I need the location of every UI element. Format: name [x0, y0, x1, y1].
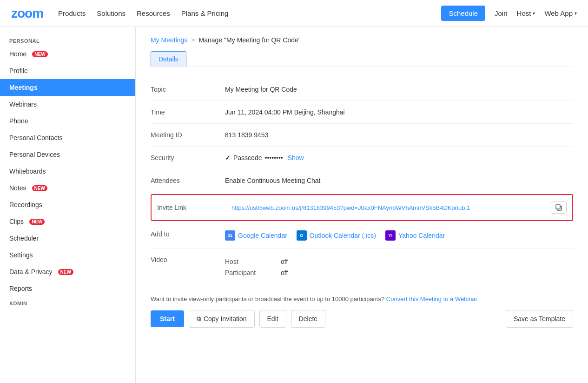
yahoo-calendar-label: Yahoo Calendar: [398, 232, 445, 239]
topic-label: Topic: [151, 86, 225, 93]
home-badge: NEW: [32, 51, 47, 57]
video-host-label: Host: [225, 258, 281, 265]
sidebar-item-webinars[interactable]: Webinars: [0, 96, 135, 113]
sidebar-item-settings[interactable]: Settings: [0, 247, 135, 263]
topic-value: My Meeting for QR Code: [225, 86, 573, 93]
invite-link-url[interactable]: https://us05web.zoom.us/j/81318399453?pw…: [231, 204, 547, 211]
sidebar-item-home[interactable]: Home NEW: [0, 46, 135, 62]
yahoo-calendar-link[interactable]: Y! Yahoo Calendar: [385, 230, 445, 241]
webapp-chevron-icon: ▾: [575, 11, 577, 16]
sidebar-item-profile[interactable]: Profile: [0, 62, 135, 79]
schedule-button[interactable]: Schedule: [441, 6, 485, 21]
admin-section-label: ADMIN: [0, 297, 135, 308]
time-label: Time: [151, 108, 225, 116]
sidebar: PERSONAL Home NEW Profile Meetings Webin…: [0, 27, 136, 383]
logo[interactable]: zoom: [11, 6, 43, 21]
sidebar-label-meetings: Meetings: [9, 84, 38, 91]
sidebar-item-meetings[interactable]: Meetings: [0, 79, 135, 96]
sidebar-item-clips[interactable]: Clips NEW: [0, 213, 135, 230]
clips-badge: NEW: [29, 219, 45, 225]
topic-row: Topic My Meeting for QR Code: [151, 78, 573, 101]
logo-text: zoom: [11, 6, 43, 20]
sidebar-item-recordings[interactable]: Recordings: [0, 196, 135, 213]
nav-plans[interactable]: Plans & Pricing: [181, 9, 229, 17]
show-passcode-link[interactable]: Show: [288, 154, 304, 161]
outlook-calendar-link[interactable]: O Outlook Calendar (.ics): [297, 230, 376, 241]
security-label: Security: [151, 154, 225, 161]
webapp-button[interactable]: Web App ▾: [544, 9, 577, 17]
sidebar-item-phone[interactable]: Phone: [0, 113, 135, 129]
sidebar-label-profile: Profile: [9, 67, 28, 74]
personal-section-label: PERSONAL: [0, 34, 135, 46]
breadcrumb-current: Manage "My Meeting for QR Code": [199, 36, 301, 44]
nav-right: Schedule Join Host ▾ Web App ▾: [441, 6, 577, 21]
passcode-dots: ••••••••: [264, 154, 283, 161]
video-label: Video: [151, 256, 225, 278]
sidebar-label-home: Home: [9, 50, 26, 58]
sidebar-label-settings: Settings: [9, 251, 33, 259]
copy-icon: [555, 204, 562, 211]
sidebar-item-personal-contacts[interactable]: Personal Contacts: [0, 129, 135, 146]
security-value: ✓ Passcode •••••••• Show: [225, 154, 573, 161]
sidebar-label-data-privacy: Data & Privacy: [9, 268, 53, 275]
video-participant-row: Participant off: [225, 267, 573, 278]
breadcrumb-parent[interactable]: My Meetings: [151, 36, 187, 44]
calendar-links: 31 Google Calendar O Outlook Calendar (.…: [225, 230, 573, 241]
nav-products[interactable]: Products: [58, 9, 86, 17]
sidebar-item-notes[interactable]: Notes NEW: [0, 180, 135, 196]
notes-badge: NEW: [32, 185, 47, 191]
time-value: Jun 11, 2024 04:00 PM Beijing, Shanghai: [225, 108, 573, 116]
time-row: Time Jun 11, 2024 04:00 PM Beijing, Shan…: [151, 101, 573, 124]
sidebar-item-personal-devices[interactable]: Personal Devices: [0, 146, 135, 163]
top-navigation: zoom Products Solutions Resources Plans …: [0, 0, 588, 27]
start-button[interactable]: Start: [151, 310, 184, 327]
google-calendar-icon: 31: [225, 230, 235, 241]
sidebar-label-scheduler: Scheduler: [9, 235, 39, 242]
copy-invitation-button[interactable]: ⧉ Copy Invitation: [189, 310, 255, 328]
action-buttons: Start ⧉ Copy Invitation Edit Delete Save…: [151, 310, 573, 328]
outlook-calendar-icon: O: [297, 230, 307, 241]
nav-solutions[interactable]: Solutions: [97, 9, 126, 17]
copy-invitation-icon: ⧉: [197, 315, 201, 323]
data-privacy-badge: NEW: [58, 269, 73, 275]
nav-resources[interactable]: Resources: [137, 9, 170, 17]
sidebar-item-scheduler[interactable]: Scheduler: [0, 230, 135, 247]
meeting-id-value: 813 1839 9453: [225, 131, 573, 139]
sidebar-item-reports[interactable]: Reports: [0, 280, 135, 297]
add-to-row: Add to 31 Google Calendar O Outlook Cale…: [151, 223, 573, 249]
save-template-button[interactable]: Save as Template: [506, 310, 573, 328]
join-button[interactable]: Join: [495, 9, 508, 17]
svg-rect-1: [556, 205, 560, 209]
sidebar-item-data-privacy[interactable]: Data & Privacy NEW: [0, 263, 135, 280]
video-host-value: off: [281, 258, 288, 265]
sidebar-label-personal-contacts: Personal Contacts: [9, 134, 62, 141]
broadcast-text: Want to invite view-only participants or…: [151, 296, 573, 302]
tabs-bar: Details: [151, 51, 573, 67]
attendees-label: Attendees: [151, 177, 225, 184]
passcode-label: Passcode: [233, 154, 262, 161]
copy-invitation-label: Copy Invitation: [204, 315, 247, 323]
sidebar-item-whiteboards[interactable]: Whiteboards: [0, 163, 135, 180]
edit-button[interactable]: Edit: [259, 310, 286, 328]
video-participant-value: off: [281, 269, 288, 276]
sidebar-label-recordings: Recordings: [9, 201, 42, 208]
sidebar-label-notes: Notes: [9, 184, 26, 192]
delete-button[interactable]: Delete: [291, 310, 325, 328]
invite-link-row: Invite Link https://us05web.zoom.us/j/81…: [151, 194, 573, 221]
copy-link-button[interactable]: [551, 202, 567, 214]
google-calendar-link[interactable]: 31 Google Calendar: [225, 230, 287, 241]
sidebar-label-clips: Clips: [9, 218, 24, 225]
tab-details[interactable]: Details: [151, 51, 186, 67]
main-content: My Meetings > Manage "My Meeting for QR …: [136, 27, 588, 383]
yahoo-calendar-icon: Y!: [385, 230, 396, 241]
nav-links: Products Solutions Resources Plans & Pri…: [58, 9, 441, 17]
add-to-label: Add to: [151, 230, 225, 241]
convert-webinar-link[interactable]: Convert this Meeting to a Webinar: [386, 296, 477, 302]
outlook-calendar-label: Outlook Calendar (.ics): [310, 232, 376, 239]
breadcrumb-separator: >: [191, 36, 195, 44]
sidebar-label-phone: Phone: [9, 117, 28, 125]
host-button[interactable]: Host ▾: [517, 9, 535, 17]
video-value: Host off Participant off: [225, 256, 573, 278]
breadcrumb: My Meetings > Manage "My Meeting for QR …: [151, 36, 573, 44]
security-checkmark: ✓: [225, 154, 231, 161]
